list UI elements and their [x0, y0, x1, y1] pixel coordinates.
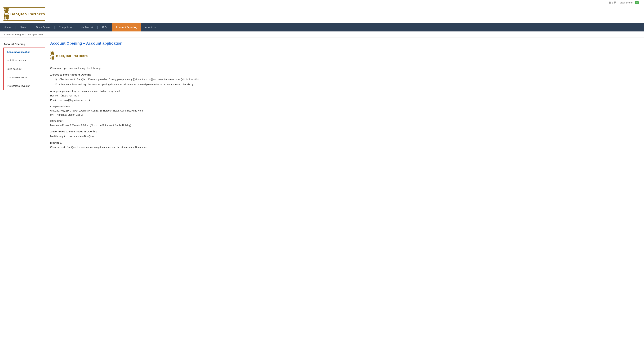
- section2-text: Mail the required documents to BaoQiao: [50, 134, 640, 139]
- section1-item2-text: Client completes and sign the account op…: [60, 83, 193, 86]
- sidebar-item-professional-investor[interactable]: Professional Investor: [4, 82, 45, 90]
- section1-item1-text: Client comes to BaoQiao office and provi…: [60, 78, 199, 81]
- breadcrumb-separator: >: [21, 33, 23, 36]
- main-nav: Home | News | Stock Quote | Comp. Info |…: [0, 23, 644, 31]
- section1-item2: ii) Client completes and sign the accoun…: [56, 83, 640, 87]
- main-content: Account Opening – Account application 寶 …: [50, 41, 640, 150]
- breadcrumb-part2: Account Application: [23, 33, 43, 36]
- logo-char2: 橋: [4, 14, 9, 20]
- sidebar-item-individual-account[interactable]: Individual Account: [4, 56, 45, 65]
- top-sep3: |: [640, 1, 640, 4]
- address-info: Company Address： Unit 2803-05, 28/F, Tow…: [50, 105, 640, 117]
- top-bar: 繁 | 簡 | Stock Search 港 |: [0, 0, 644, 5]
- content-logo-char2: 橋: [50, 56, 54, 60]
- top-sep2: |: [618, 1, 618, 4]
- logo-area: 寶 橋 BaoQiao Partners: [0, 5, 644, 23]
- nav-sep1: |: [14, 25, 16, 29]
- page-title: Account Opening – Account application: [50, 41, 640, 46]
- simp-chinese-link[interactable]: 簡: [614, 1, 616, 4]
- contact-info: Arrange appointment by our customer serv…: [50, 89, 640, 103]
- nav-sep5: |: [97, 25, 98, 29]
- nav-comp-info[interactable]: Comp. Info: [55, 23, 75, 31]
- nav-home[interactable]: Home: [0, 23, 14, 31]
- nav-news[interactable]: News: [16, 23, 30, 31]
- hotline-value: (852) 3798-3718: [61, 94, 79, 97]
- sidebar-title: Account Opening: [4, 41, 45, 47]
- content-logo: 寶 橋 BaoQiao Partners: [50, 49, 640, 63]
- email-label: Email：: [50, 99, 59, 102]
- top-sep1: |: [612, 1, 613, 4]
- breadcrumb: Account Opening > Account Application: [0, 31, 644, 38]
- stock-search-label[interactable]: Stock Search: [620, 1, 633, 4]
- nav-sep4: |: [76, 25, 77, 29]
- nav-hk-market[interactable]: HK Market: [77, 23, 97, 31]
- nav-about-us[interactable]: About Us: [141, 23, 160, 31]
- logo: 寶 橋 BaoQiao Partners: [4, 7, 45, 20]
- logo-border: 寶 橋 BaoQiao Partners: [4, 7, 45, 20]
- logo-english: BaoQiao Partners: [10, 12, 45, 16]
- address-line1: Unit 2803-05, 28/F, Tower I, Admiralty C…: [50, 109, 640, 113]
- section2-heading: 2) Non-Face to Face Account Opening: [50, 130, 640, 133]
- office-hours: Office Hour： Monday to Friday 9:00am to …: [50, 119, 640, 127]
- nav-sep3: |: [54, 25, 55, 29]
- sidebar-menu: Account Application Individual Account J…: [4, 47, 45, 90]
- breadcrumb-part1[interactable]: Account Opening: [4, 33, 21, 36]
- sidebar-item-corporate-account[interactable]: Corporate Account: [4, 73, 45, 82]
- email-info: Email： sec.info@bqpartners.com.hk: [50, 98, 640, 103]
- nav-ipo[interactable]: IPO: [98, 23, 110, 31]
- nav-sep6: |: [110, 25, 112, 29]
- email-value: sec.info@bqpartners.com.hk: [60, 99, 90, 102]
- logo-char1: 寶: [4, 8, 9, 14]
- method1-text: Client sends to BaoQiao the account open…: [50, 145, 640, 149]
- section1-item2-prefix: ii): [56, 83, 59, 86]
- method1-heading: Method 1: [50, 141, 640, 144]
- content-wrapper: Account Opening Account Application Indi…: [0, 38, 644, 154]
- nav-account-opening[interactable]: Account Opening: [112, 23, 141, 31]
- office-hours-value: Monday to Friday 9:00am to 6:00pm (Close…: [50, 123, 640, 127]
- office-hours-label: Office Hour：: [50, 119, 640, 123]
- address-label: Company Address：: [50, 105, 640, 109]
- sidebar: Account Opening Account Application Indi…: [4, 41, 45, 150]
- content-logo-english: BaoQiao Partners: [56, 54, 88, 58]
- content-logo-top-line: [50, 50, 95, 50]
- section1-item1-prefix: i): [56, 78, 59, 81]
- content-logo-char1: 寶: [50, 51, 54, 56]
- section1-item1: i) Client comes to BaoQiao office and pr…: [56, 77, 640, 82]
- hotline-label: Hotline：: [50, 94, 60, 97]
- sidebar-item-account-application[interactable]: Account Application: [4, 48, 45, 56]
- trad-chinese-link[interactable]: 繁: [608, 1, 611, 4]
- section1-heading: 1) Face to Face Account Opening: [50, 73, 640, 76]
- content-logo-inner: 寶 橋 BaoQiao Partners: [50, 51, 88, 61]
- address-line2: (MTR Admiralty Station Exit E): [50, 113, 640, 117]
- hotline-info: Hotline： (852) 3798-3718: [50, 93, 640, 98]
- nav-sep2: |: [30, 25, 32, 29]
- intro-text: Clients can open account through the fol…: [50, 66, 640, 70]
- sidebar-item-joint-account[interactable]: Joint Account: [4, 65, 45, 73]
- stock-badge: 港: [635, 1, 639, 4]
- appointment-line1: Arrange appointment by our customer serv…: [50, 89, 640, 94]
- content-logo-bottom-line: [50, 62, 95, 62]
- nav-stock-quote[interactable]: Stock Quote: [32, 23, 54, 31]
